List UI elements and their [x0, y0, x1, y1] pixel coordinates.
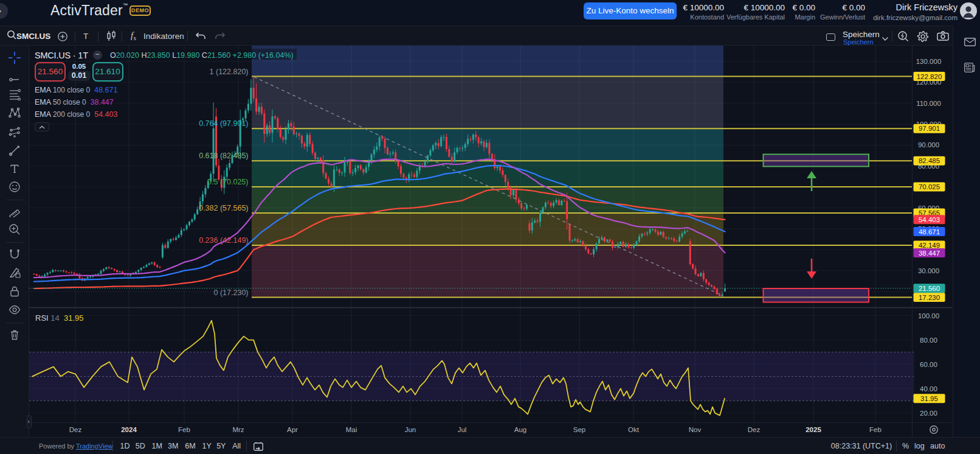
svg-text:Nov: Nov: [689, 426, 702, 433]
svg-text:2025: 2025: [806, 426, 821, 433]
svg-text:20.00: 20.00: [920, 410, 937, 417]
svg-text:70.025: 70.025: [919, 183, 940, 190]
svg-text:97.901: 97.901: [919, 125, 940, 132]
svg-text:110.000: 110.000: [916, 100, 941, 107]
svg-text:31.95: 31.95: [920, 395, 938, 402]
svg-text:0.5 (70.025): 0.5 (70.025): [207, 178, 248, 186]
svg-text:Aug: Aug: [514, 426, 526, 433]
svg-text:0.764 (97.901): 0.764 (97.901): [199, 119, 248, 128]
svg-text:122.820: 122.820: [917, 73, 942, 80]
svg-text:0.618 (82.485): 0.618 (82.485): [199, 152, 248, 160]
svg-text:2024: 2024: [121, 426, 137, 433]
svg-text:Apr: Apr: [287, 426, 298, 433]
svg-text:1 (122.820): 1 (122.820): [210, 68, 249, 76]
svg-text:Jul: Jul: [458, 426, 467, 433]
svg-text:Dez: Dez: [69, 426, 82, 433]
svg-text:42.149: 42.149: [919, 242, 940, 249]
svg-text:Dez: Dez: [748, 426, 761, 433]
svg-text:Mrz: Mrz: [232, 426, 244, 433]
svg-text:90.000: 90.000: [918, 141, 939, 148]
svg-text:60.00: 60.00: [920, 361, 937, 368]
svg-text:Feb: Feb: [178, 426, 190, 433]
svg-text:30.000: 30.000: [918, 267, 939, 274]
svg-text:100.00: 100.00: [918, 312, 939, 320]
svg-text:0.236 (42.149): 0.236 (42.149): [199, 236, 248, 245]
svg-text:17.230: 17.230: [919, 294, 940, 301]
svg-text:Feb: Feb: [869, 426, 882, 433]
svg-text:38.447: 38.447: [919, 250, 940, 257]
svg-text:130.000: 130.000: [916, 58, 942, 65]
svg-text:Okt: Okt: [628, 426, 640, 433]
svg-text:0 (17.230): 0 (17.230): [214, 288, 249, 297]
svg-text:40.00: 40.00: [920, 385, 937, 393]
svg-text:54.403: 54.403: [919, 216, 940, 223]
svg-text:Jun: Jun: [405, 426, 416, 433]
svg-text:Sep: Sep: [573, 426, 585, 433]
svg-text:82.485: 82.485: [919, 157, 940, 164]
svg-text:Mai: Mai: [346, 426, 357, 433]
svg-text:80.00: 80.00: [920, 337, 937, 344]
svg-text:21.560: 21.560: [919, 285, 940, 292]
svg-text:48.671: 48.671: [919, 228, 940, 236]
svg-text:0.382 (57.565): 0.382 (57.565): [199, 204, 248, 212]
